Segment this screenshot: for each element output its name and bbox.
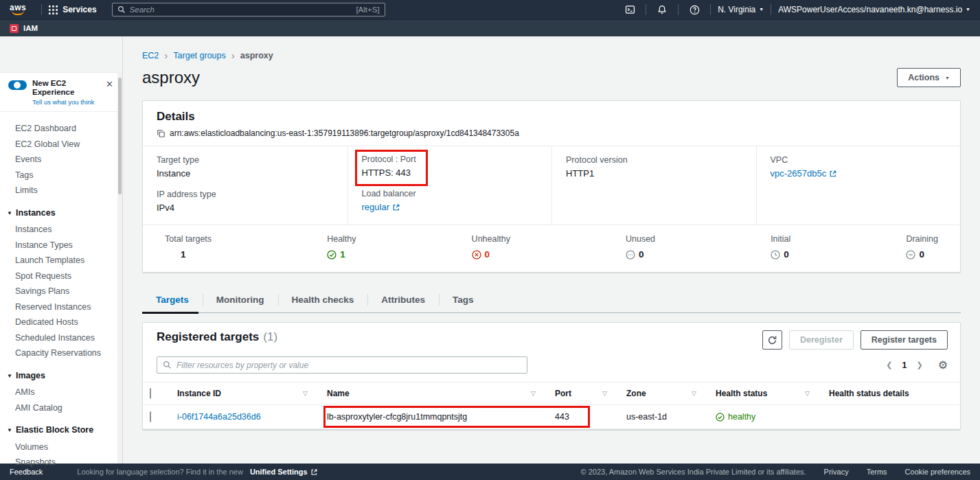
terms-link[interactable]: Terms — [867, 468, 887, 476]
sidebar-item-reserved-instances[interactable]: Reserved Instances — [0, 299, 122, 315]
filter-input[interactable] — [176, 361, 521, 370]
sidebar-section-images[interactable]: ▼Images — [0, 368, 122, 385]
target-zone: us-east-1d — [626, 412, 667, 422]
cloudshell-icon[interactable] — [621, 3, 639, 16]
sort-icon[interactable]: ▽ — [303, 390, 313, 397]
load-balancer-link[interactable]: regular — [362, 202, 400, 213]
instance-id-link[interactable]: i-06f1744a6a25d36d6 — [177, 412, 261, 422]
sidebar-section-elastic-block-store[interactable]: ▼Elastic Block Store — [0, 422, 122, 439]
stat-initial: Initial 0 — [771, 234, 790, 260]
sidebar-item-instances[interactable]: Instances — [0, 222, 122, 238]
region-selector[interactable]: N. Virginia ▼ — [718, 5, 764, 14]
chevron-down-icon: ▼ — [945, 76, 950, 80]
registered-targets-title: Registered targets — [157, 330, 259, 344]
page-number[interactable]: 1 — [902, 361, 907, 370]
next-page-icon[interactable]: ❯ — [916, 361, 922, 369]
stat-unhealthy: Unhealthy 0 — [472, 234, 510, 260]
tab-tags[interactable]: Tags — [439, 288, 488, 312]
region-label: N. Virginia — [718, 5, 755, 14]
search-input[interactable] — [130, 5, 352, 14]
sort-icon[interactable]: ▽ — [531, 390, 541, 397]
new-experience-label: New EC2 Experience — [32, 79, 98, 97]
sidebar-item-events[interactable]: Events — [0, 152, 122, 168]
tab-targets[interactable]: Targets — [142, 288, 203, 312]
column-instance-id: Instance ID — [177, 389, 221, 398]
registered-targets-count: (1) — [263, 330, 277, 344]
column-zone: Zone — [626, 389, 646, 398]
register-targets-button[interactable]: Register targets — [861, 330, 948, 350]
select-all-checkbox[interactable] — [150, 388, 151, 399]
table-row: i-06f1744a6a25d36d6 lb-asproxytyler-cfcg… — [143, 405, 960, 429]
deregister-button[interactable]: Deregister — [789, 330, 854, 350]
vpc-link[interactable]: vpc-2657db5c — [771, 168, 838, 179]
sort-icon[interactable]: ▽ — [602, 390, 613, 397]
target-type-label: Target type — [157, 155, 334, 165]
sort-icon[interactable]: ▽ — [805, 390, 815, 397]
breadcrumb-separator-icon: › — [164, 52, 168, 60]
tab-attributes[interactable]: Attributes — [367, 288, 439, 312]
sidebar-item-ec2-dashboard[interactable]: EC2 Dashboard — [0, 121, 122, 137]
sidebar-item-scheduled-instances[interactable]: Scheduled Instances — [0, 330, 122, 346]
sidebar-section-instances[interactable]: ▼Instances — [0, 205, 122, 222]
sidebar-item-ami-catalog[interactable]: AMI Catalog — [0, 400, 122, 416]
sidebar-item-volumes[interactable]: Volumes — [0, 439, 122, 455]
refresh-button[interactable] — [762, 330, 782, 350]
sidebar-item-capacity-reservations[interactable]: Capacity Reservations — [0, 345, 122, 361]
row-checkbox[interactable] — [150, 411, 151, 422]
sidebar-scrollbar[interactable] — [117, 72, 122, 464]
tab-bar: Targets Monitoring Health checks Attribu… — [142, 288, 961, 313]
sidebar-item-tags[interactable]: Tags — [0, 168, 122, 183]
sidebar-nav: EC2 Dashboard EC2 Global View Events Tag… — [0, 112, 122, 470]
global-search[interactable]: [Alt+S] — [112, 3, 385, 16]
privacy-link[interactable]: Privacy — [824, 468, 849, 476]
new-experience-panel: New EC2 Experience Tell us what you thin… — [0, 72, 122, 112]
sidebar-item-spot-requests[interactable]: Spot Requests — [0, 268, 122, 284]
health-status-value: healthy — [728, 412, 755, 422]
ip-address-type-value: IPv4 — [157, 203, 334, 214]
close-icon[interactable]: ✕ — [104, 79, 115, 90]
section-caret-icon: ▼ — [7, 210, 12, 216]
target-name: lb-asproxytyler-cfcg8jru1tmmqpntsjtg — [327, 412, 467, 422]
breadcrumb-target-groups[interactable]: Target groups — [173, 51, 225, 60]
stat-draining: Draining 0 — [906, 234, 938, 260]
divider — [678, 4, 679, 15]
sidebar-item-snapshots[interactable]: Snapshots — [0, 455, 122, 470]
sidebar-item-limits[interactable]: Limits — [0, 183, 122, 198]
sidebar-item-instance-types[interactable]: Instance Types — [0, 238, 122, 253]
sidebar-item-launch-templates[interactable]: Launch Templates — [0, 253, 122, 268]
stat-total-targets: Total targets 1 — [165, 234, 212, 260]
notifications-bell-icon[interactable] — [653, 3, 671, 16]
sidebar-top-gap — [0, 36, 122, 72]
aws-logo[interactable]: aws — [10, 4, 26, 15]
registered-targets-table: Instance ID▽ Name▽ Port▽ Zone▽ Health st… — [143, 382, 960, 429]
refresh-icon — [767, 335, 777, 345]
iam-service-icon — [10, 24, 19, 33]
target-type-value: Instance — [157, 168, 334, 179]
grid-icon — [49, 5, 58, 14]
cookie-preferences-link[interactable]: Cookie preferences — [905, 468, 970, 476]
services-menu[interactable]: Services — [49, 5, 96, 14]
previous-page-icon[interactable]: ❮ — [886, 361, 892, 369]
account-menu[interactable]: AWSPowerUserAccess/navaneeth.kn@harness.… — [778, 5, 970, 14]
copy-icon[interactable] — [157, 129, 166, 138]
protocol-version-value: HTTP1 — [566, 168, 742, 179]
sidebar-item-savings-plans[interactable]: Savings Plans — [0, 284, 122, 299]
new-experience-toggle[interactable] — [8, 80, 27, 90]
tab-health-checks[interactable]: Health checks — [278, 288, 368, 312]
breadcrumb-ec2[interactable]: EC2 — [142, 51, 159, 60]
help-icon[interactable] — [685, 3, 703, 16]
external-link-icon — [310, 468, 318, 476]
sort-icon[interactable]: ▽ — [692, 390, 702, 397]
sidebar-item-ec2-global-view[interactable]: EC2 Global View — [0, 137, 122, 152]
breadcrumb-current: asproxy — [240, 51, 273, 60]
target-health-summary: Total targets 1 Healthy 1 Unhealthy 0 — [143, 225, 960, 272]
column-health-status: Health status — [716, 389, 767, 398]
gear-icon[interactable]: ⚙ — [938, 360, 948, 371]
feedback-link[interactable]: Tell us what you think — [32, 98, 98, 106]
favorite-iam-link[interactable]: IAM — [23, 24, 38, 32]
actions-button[interactable]: Actions ▼ — [897, 68, 961, 87]
sidebar-item-amis[interactable]: AMIs — [0, 385, 122, 400]
sidebar-item-dedicated-hosts[interactable]: Dedicated Hosts — [0, 315, 122, 330]
unified-settings-link[interactable]: Unified Settings — [250, 468, 318, 476]
tab-monitoring[interactable]: Monitoring — [203, 288, 278, 312]
